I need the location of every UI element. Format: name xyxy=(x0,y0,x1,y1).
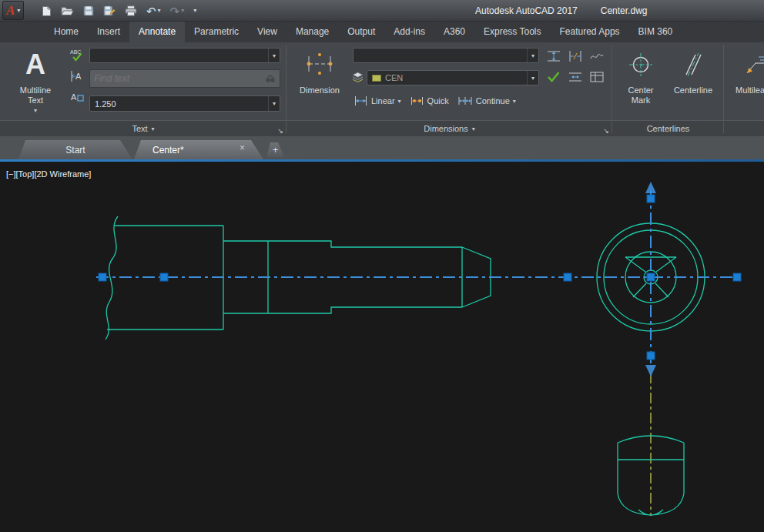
leaders-panel: Multileader xyxy=(724,42,764,136)
new-file-button[interactable] xyxy=(42,5,52,17)
multiline-text-button[interactable]: A Multiline Text ▾ xyxy=(6,44,65,119)
centerline-arrow-bottom[interactable] xyxy=(645,365,656,376)
save-as-button[interactable] xyxy=(103,5,116,16)
svg-text:A: A xyxy=(71,92,77,102)
printer-icon xyxy=(125,5,137,16)
ribbon-tab-parametric[interactable]: Parametric xyxy=(185,22,248,42)
dimensions-panel-label: Dimensions xyxy=(424,124,467,133)
ribbon-tab-manage[interactable]: Manage xyxy=(286,22,338,42)
chevron-down-icon: ▾ xyxy=(513,98,516,105)
annotative-scale-icon: A xyxy=(69,90,85,104)
dim-layer-icon xyxy=(351,72,364,86)
binoculars-icon xyxy=(265,75,276,83)
ribbon-tab-bim360[interactable]: BIM 360 xyxy=(629,22,682,42)
dimension-table-button[interactable] xyxy=(587,67,607,86)
grip[interactable] xyxy=(160,273,168,281)
continue-dimension-button[interactable]: Continue ▾ xyxy=(455,93,518,109)
find-text-box[interactable] xyxy=(89,69,280,88)
text-height-combo[interactable]: 1.250 ▾ xyxy=(89,95,280,112)
grip[interactable] xyxy=(647,273,655,281)
save-icon xyxy=(83,5,94,16)
ribbon-tab-addins[interactable]: Add-ins xyxy=(384,22,434,42)
open-file-button[interactable] xyxy=(61,6,74,16)
chevron-down-icon: ▾ xyxy=(268,96,280,111)
multileader-icon xyxy=(742,52,764,78)
model-space-canvas[interactable]: [−] [Top] [2D Wireframe] xyxy=(0,162,764,532)
redo-button[interactable]: ↷ ▾ xyxy=(170,5,185,17)
text-panel-flyout[interactable]: Text ▾ ↘ xyxy=(0,120,286,136)
selected-centerlines[interactable] xyxy=(96,182,742,376)
grip[interactable] xyxy=(733,273,741,281)
adjust-space-button[interactable] xyxy=(544,46,564,65)
center-mark-button[interactable]: Center Mark xyxy=(617,44,665,119)
center-mark-icon xyxy=(627,52,655,78)
dimension-label: Dimension xyxy=(300,85,340,95)
drawing-viewport[interactable] xyxy=(0,162,764,532)
file-tab-label: Start xyxy=(65,145,85,156)
file-tab-start[interactable]: Start xyxy=(18,140,132,159)
text-style-combo[interactable]: ▾ xyxy=(89,48,280,63)
ribbon-tab-insert[interactable]: Insert xyxy=(88,22,129,42)
dimension-update-button[interactable] xyxy=(544,67,564,86)
viewport-visual-style-control[interactable]: [2D Wireframe] xyxy=(34,169,91,179)
centerline-button[interactable]: Centerline xyxy=(666,44,720,119)
jogged-line-button[interactable] xyxy=(587,46,607,65)
grip[interactable] xyxy=(564,273,571,281)
qat-customize-button[interactable]: ▾ xyxy=(193,8,196,14)
dimensions-panel-flyout[interactable]: Dimensions ▾ ↘ xyxy=(286,120,612,136)
centerlines-panel-label: Centerlines xyxy=(647,124,690,133)
leaders-panel-strip xyxy=(724,120,764,136)
ribbon-tab-view[interactable]: View xyxy=(248,22,286,42)
undo-button[interactable]: ↶ ▾ xyxy=(146,5,161,17)
dimension-button[interactable]: Dimension xyxy=(291,44,348,119)
linear-dimension-button[interactable]: Linear ▾ xyxy=(351,93,404,109)
save-as-icon xyxy=(103,5,116,16)
dimension-layer-combo[interactable]: CEN ▾ xyxy=(367,70,539,85)
window-title: Autodesk AutoCAD 2017 Center.dwg xyxy=(475,5,647,16)
chevron-down-icon: ▾ xyxy=(398,98,401,105)
close-icon[interactable]: × xyxy=(240,143,245,152)
find-text-input[interactable] xyxy=(94,73,265,84)
dimension-break-button[interactable] xyxy=(565,46,585,65)
ribbon-tab-featured-apps[interactable]: Featured Apps xyxy=(551,22,629,42)
text-panel-launcher[interactable]: ↘ xyxy=(277,127,283,135)
file-tab-center[interactable]: Center* × xyxy=(134,140,263,159)
multileader-button[interactable]: Multileader xyxy=(727,44,764,119)
viewport-minimize-control[interactable]: [−] xyxy=(6,169,16,179)
ribbon-tab-home[interactable]: Home xyxy=(45,22,88,42)
ribbon-tab-annotate[interactable]: Annotate xyxy=(129,22,185,42)
dimension-override-button[interactable] xyxy=(565,67,585,86)
center-mark-label: Center xyxy=(628,85,653,95)
layer-value: CEN xyxy=(385,73,403,82)
ribbon-tab-bar: Home Insert Annotate Parametric View Man… xyxy=(0,22,764,42)
centerline-arrow-top[interactable] xyxy=(645,182,656,193)
annotative-scale-button[interactable]: A xyxy=(69,89,85,105)
plot-button[interactable] xyxy=(125,5,137,16)
chevron-down-icon: ▾ xyxy=(158,8,161,14)
dimension-style-combo[interactable]: ▾ xyxy=(353,48,539,63)
text-height-value: 1.250 xyxy=(95,99,116,109)
dimensions-panel-launcher[interactable]: ↘ xyxy=(603,127,609,135)
grip[interactable] xyxy=(647,195,655,202)
open-folder-icon xyxy=(61,6,74,16)
new-drawing-tab-button[interactable]: + xyxy=(266,142,284,157)
grip[interactable] xyxy=(647,352,655,360)
viewport-controls: [−] [Top] [2D Wireframe] xyxy=(6,169,91,179)
check-spelling-icon: ABC xyxy=(69,49,85,63)
dimension-buttons-row: Linear ▾ Quick Continue ▾ xyxy=(351,91,518,111)
check-spelling-button[interactable]: ABC xyxy=(69,48,85,63)
cylinder-body[interactable] xyxy=(618,436,684,494)
ribbon-tab-a360[interactable]: A360 xyxy=(434,22,474,42)
grip[interactable] xyxy=(99,273,106,281)
quick-dimension-button[interactable]: Quick xyxy=(407,93,451,109)
multiline-text-label: Multiline xyxy=(20,85,51,95)
centerlines-panel-strip: Centerlines xyxy=(612,120,724,136)
ribbon-tab-express-tools[interactable]: Express Tools xyxy=(474,22,550,42)
centerline-label: Centerline xyxy=(674,85,712,95)
undo-icon: ↶ xyxy=(146,5,156,17)
app-menu-button[interactable]: A ▾ xyxy=(2,1,24,20)
ribbon-tab-output[interactable]: Output xyxy=(338,22,384,42)
text-justify-button[interactable]: A xyxy=(69,69,85,84)
save-button[interactable] xyxy=(83,5,94,16)
viewport-view-control[interactable]: [Top] xyxy=(16,169,35,179)
